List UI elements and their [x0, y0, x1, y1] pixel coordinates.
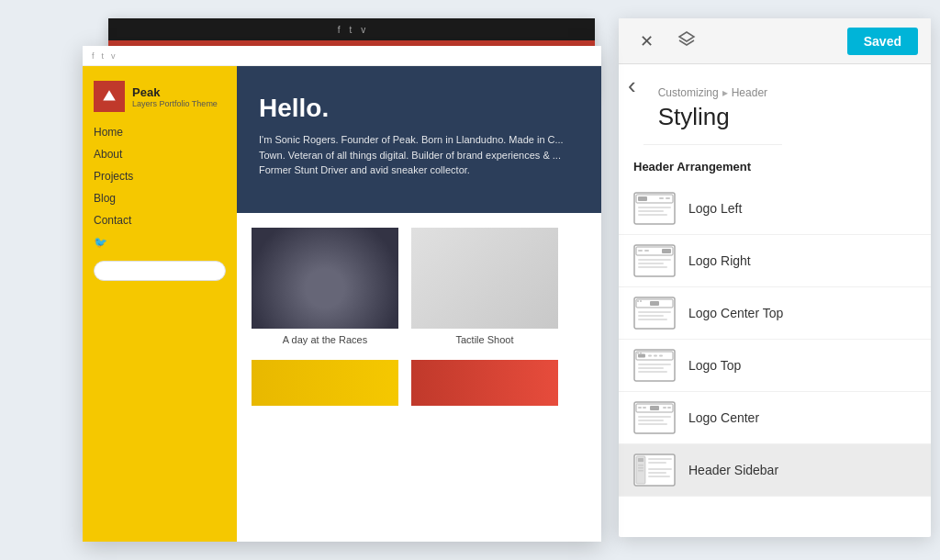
social-t-icon: t — [350, 25, 352, 35]
card-tactile-title: Tactile Shoot — [411, 334, 558, 345]
header-sidebar-icon — [633, 454, 676, 487]
logo-center-icon — [633, 401, 676, 434]
customizer-toolbar: ✕ Saved — [619, 18, 931, 64]
svg-rect-52 — [638, 465, 643, 466]
layers-icon — [677, 30, 696, 52]
social-f: f — [92, 51, 95, 61]
svg-marker-1 — [103, 90, 116, 100]
svg-rect-6 — [638, 196, 647, 201]
sidebar-nav-twitter[interactable]: 🐦 — [83, 231, 237, 253]
breadcrumb-section: Header — [732, 86, 767, 99]
svg-rect-58 — [648, 472, 666, 474]
svg-rect-27 — [638, 319, 667, 320]
svg-rect-33 — [648, 355, 652, 357]
svg-rect-30 — [637, 353, 639, 354]
svg-rect-17 — [638, 259, 671, 261]
svg-rect-19 — [638, 266, 667, 268]
svg-rect-59 — [648, 476, 670, 477]
sidebar-nav-home[interactable]: Home — [83, 121, 237, 143]
svg-rect-25 — [638, 311, 671, 313]
page-title: Styling — [643, 103, 782, 145]
social-v-icon: v — [361, 25, 365, 35]
arrangement-logo-right[interactable]: Logo Right — [619, 235, 931, 287]
svg-rect-16 — [644, 250, 649, 252]
svg-rect-42 — [638, 407, 642, 409]
svg-rect-46 — [638, 416, 671, 418]
social-v: v — [111, 51, 116, 61]
arrangement-logo-center[interactable]: Logo Center — [619, 392, 931, 444]
svg-rect-31 — [640, 353, 642, 354]
arrangement-logo-top[interactable]: Logo Top — [619, 340, 931, 392]
sidebar-nav-contact[interactable]: Contact — [83, 209, 237, 231]
svg-rect-41 — [650, 406, 659, 410]
svg-rect-36 — [638, 364, 671, 365]
breadcrumb: Customizing ▸ Header — [643, 73, 782, 103]
sidebar-nav-blog[interactable]: Blog — [83, 187, 237, 209]
sidebar-logo-icon — [94, 81, 125, 112]
cards-bottom — [237, 360, 601, 406]
sidebar-search-wrapper — [83, 253, 237, 288]
arrangement-header-sidebar[interactable]: Header Sidebar — [619, 444, 931, 497]
svg-rect-26 — [638, 315, 664, 317]
close-button[interactable]: ✕ — [632, 27, 661, 56]
saved-button[interactable]: Saved — [847, 28, 918, 55]
hero-heading: Hello. — [259, 94, 579, 123]
svg-rect-48 — [638, 423, 667, 425]
card-tactile: Tactile Shoot — [411, 228, 558, 345]
cards-section: A day at the Races Tactile Shoot — [237, 213, 601, 360]
svg-rect-54 — [638, 470, 643, 472]
logo-top-icon — [633, 349, 676, 382]
svg-rect-45 — [667, 407, 671, 409]
card-bottom-2 — [411, 360, 558, 406]
main-content: Hello. I'm Sonic Rogers. Founder of Peak… — [237, 66, 601, 542]
breadcrumb-root: Customizing — [658, 86, 719, 99]
sidebar-brand-tagline: Layers Portfolio Theme — [132, 99, 218, 108]
svg-rect-37 — [638, 367, 664, 369]
svg-rect-11 — [638, 214, 667, 216]
svg-rect-53 — [638, 467, 643, 469]
logo-right-label: Logo Right — [688, 253, 751, 268]
svg-rect-32 — [638, 354, 645, 358]
card-racing: A day at the Races — [252, 228, 398, 345]
sidebar-brand-name: Peak — [132, 85, 218, 99]
logo-center-label: Logo Center — [688, 410, 759, 425]
arrangement-list: Logo Left Logo Right — [619, 183, 931, 537]
svg-rect-9 — [638, 207, 671, 208]
svg-rect-38 — [638, 371, 667, 373]
svg-rect-24 — [640, 300, 642, 302]
sidebar-search-input[interactable] — [94, 261, 226, 281]
customizer-panel: ✕ Saved ‹ Customizing ▸ Header Styling H… — [619, 18, 931, 537]
front-topbar: f t v — [83, 46, 601, 66]
svg-rect-44 — [663, 407, 666, 409]
svg-rect-55 — [648, 458, 672, 460]
hero-section: Hello. I'm Sonic Rogers. Founder of Peak… — [237, 66, 601, 213]
arrangement-logo-left[interactable]: Logo Left — [619, 183, 931, 235]
sidebar-nav-projects[interactable]: Projects — [83, 165, 237, 187]
logo-left-icon — [633, 192, 676, 225]
svg-rect-51 — [638, 458, 643, 462]
svg-rect-57 — [648, 468, 672, 470]
front-preview: f t v Peak Layers Portfolio Theme Home — [83, 46, 601, 542]
sidebar-nav: Home About Projects Blog Contact 🐦 — [83, 121, 237, 253]
card-racing-title: A day at the Races — [252, 334, 398, 345]
svg-rect-18 — [638, 263, 664, 264]
back-button[interactable]: ‹ — [619, 73, 643, 97]
card-racing-img — [252, 228, 398, 329]
svg-rect-34 — [654, 355, 657, 357]
breadcrumb-separator: ▸ — [722, 86, 728, 99]
close-icon: ✕ — [640, 31, 654, 51]
svg-rect-8 — [666, 197, 670, 199]
arrangement-logo-center-top[interactable]: Logo Center Top — [619, 287, 931, 340]
logo-top-label: Logo Top — [688, 358, 741, 373]
sidebar-nav-about[interactable]: About — [83, 143, 237, 165]
svg-rect-43 — [643, 407, 646, 409]
front-sidebar: Peak Layers Portfolio Theme Home About P… — [83, 66, 237, 542]
svg-rect-35 — [659, 355, 663, 357]
header-sidebar-label: Header Sidebar — [688, 463, 778, 477]
svg-rect-47 — [638, 420, 664, 421]
hero-text: I'm Sonic Rogers. Founder of Peak. Born … — [259, 132, 579, 178]
logo-center-top-icon — [633, 297, 676, 330]
layers-button[interactable] — [672, 27, 701, 56]
svg-rect-7 — [659, 197, 664, 199]
social-f-icon: f — [338, 25, 341, 35]
